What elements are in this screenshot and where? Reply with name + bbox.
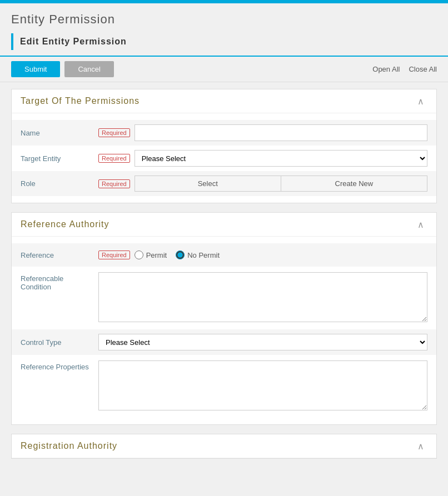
target-entity-row: Target Entity Required Please Select (12, 146, 436, 171)
reference-label: Reference (21, 251, 98, 259)
page-title: Entity Permission (11, 12, 437, 27)
name-required-badge: Required (98, 128, 130, 137)
permit-label-text: Permit (146, 251, 167, 259)
open-all-button[interactable]: Open All (372, 65, 400, 73)
target-entity-field-control: Please Select (135, 150, 427, 167)
role-field-control: Select Create New (135, 176, 427, 192)
reference-properties-label: Reference Properties (21, 360, 98, 371)
reference-card-title: Reference Authority (21, 219, 109, 229)
target-entity-label: Target Entity (21, 154, 98, 163)
reference-radio-group: Permit No Permit (135, 250, 427, 259)
reference-card-body: Reference Required Permit No Permit (12, 237, 436, 424)
no-permit-radio[interactable] (176, 250, 185, 259)
role-row: Role Required Select Create New (12, 171, 436, 196)
target-entity-required-badge: Required (98, 154, 130, 163)
toolbar: Submit Cancel Open All Close All (0, 56, 448, 82)
reference-field-control: Permit No Permit (135, 250, 427, 259)
registration-collapse-icon[interactable]: ∧ (417, 441, 427, 451)
page-title-area: Entity Permission (0, 3, 448, 31)
page-wrapper: Entity Permission Edit Entity Permission… (0, 3, 448, 496)
reference-collapse-icon[interactable]: ∧ (417, 219, 427, 229)
control-type-select[interactable]: Please Select (98, 334, 427, 350)
role-label: Role (21, 179, 98, 188)
name-label: Name (21, 129, 98, 137)
reference-properties-textarea[interactable] (98, 360, 427, 410)
role-required-badge: Required (98, 179, 130, 188)
target-collapse-icon[interactable]: ∧ (417, 96, 427, 106)
target-card-header: Target Of The Permissions ∧ (12, 89, 436, 113)
content-area: Target Of The Permissions ∧ Name Require… (0, 82, 448, 474)
reference-row: Reference Required Permit No Permit (12, 243, 436, 267)
name-field-control (135, 124, 427, 141)
control-type-row: Control Type Please Select (12, 329, 436, 355)
referencable-condition-label: Referencable Condition (21, 272, 98, 291)
cancel-button[interactable]: Cancel (64, 61, 113, 77)
role-select-button[interactable]: Select (135, 176, 281, 192)
role-btn-group: Select Create New (135, 176, 427, 192)
target-permissions-card: Target Of The Permissions ∧ Name Require… (11, 89, 437, 203)
registration-authority-card: Registration Authority ∧ (11, 434, 437, 459)
reference-properties-control (98, 360, 427, 412)
close-all-button[interactable]: Close All (409, 65, 437, 73)
reference-card-header: Reference Authority ∧ (12, 213, 436, 237)
no-permit-label-text: No Permit (187, 251, 220, 259)
referencable-condition-control (98, 272, 427, 324)
no-permit-radio-label[interactable]: No Permit (176, 250, 220, 259)
name-input[interactable] (135, 124, 427, 141)
permit-radio[interactable] (135, 250, 143, 259)
permit-radio-label[interactable]: Permit (135, 250, 167, 259)
reference-properties-row: Reference Properties (12, 355, 436, 418)
control-type-label: Control Type (21, 338, 98, 347)
target-entity-select[interactable]: Please Select (135, 150, 427, 167)
reference-required-badge: Required (98, 250, 130, 259)
toolbar-right: Open All Close All (372, 65, 437, 73)
submit-button[interactable]: Submit (11, 61, 60, 77)
reference-authority-card: Reference Authority ∧ Reference Required… (11, 212, 437, 425)
target-card-title: Target Of The Permissions (21, 96, 140, 106)
registration-card-header: Registration Authority ∧ (12, 434, 436, 458)
referencable-condition-textarea[interactable] (98, 272, 427, 322)
referencable-condition-row: Referencable Condition (12, 267, 436, 329)
role-create-new-button[interactable]: Create New (281, 176, 427, 192)
edit-header-bar: Edit Entity Permission (11, 33, 437, 50)
edit-header-title: Edit Entity Permission (20, 37, 430, 47)
target-card-body: Name Required Target Entity Required Ple… (12, 113, 436, 203)
registration-card-title: Registration Authority (21, 441, 117, 451)
control-type-field-control: Please Select (98, 334, 427, 350)
name-row: Name Required (12, 120, 436, 146)
